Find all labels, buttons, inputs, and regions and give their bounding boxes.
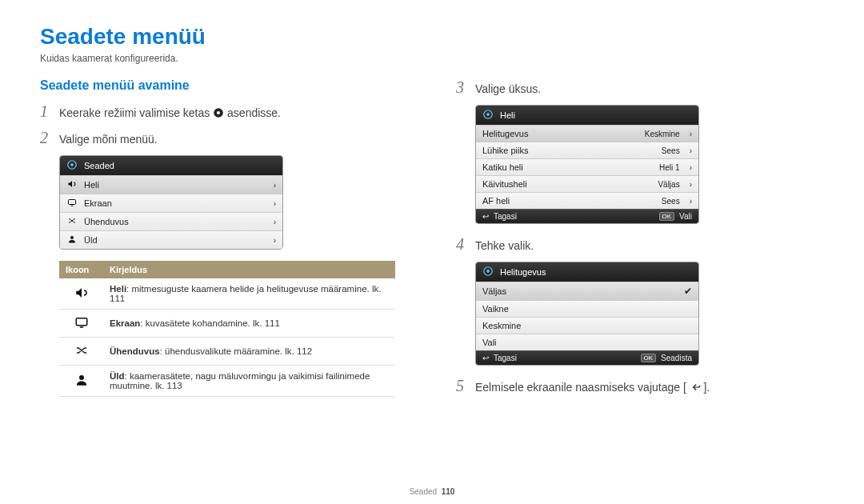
settings-panel-helitugevus: Helitugevus Väljas ✔ Vaikne Keskmine Val… <box>475 262 699 366</box>
table-header-desc: Kirjeldus <box>103 261 395 278</box>
table-row: Ekraan: kuvasätete kohandamine. lk. 111 <box>59 310 395 338</box>
panel-row-value: Heli 1 <box>659 163 680 172</box>
step-1-text-pre: Keerake režiimi valimise ketas <box>59 106 213 119</box>
settings-panel-heli: Heli Helitugevus Keskmine › Lühike piiks… <box>475 105 699 224</box>
step-4: 4 Tehke valik. <box>456 235 824 254</box>
panel-title: Heli <box>500 110 515 120</box>
chevron-right-icon: › <box>274 199 276 208</box>
panel-header: Helitugevus <box>476 262 698 282</box>
back-icon <box>690 382 701 393</box>
chevron-right-icon: › <box>690 197 692 206</box>
panel-row-label: Helitugevus <box>482 129 638 138</box>
svg-point-13 <box>486 270 490 273</box>
panel-row-af-heli[interactable]: AF heli Sees › <box>476 192 698 209</box>
chevron-right-icon: › <box>274 181 276 190</box>
desc-bold: Heli <box>110 284 126 294</box>
display-icon <box>74 322 89 331</box>
display-icon <box>66 198 78 209</box>
panel-row-label: Lühike piiks <box>482 146 655 155</box>
desc-bold: Üld <box>110 371 125 381</box>
table-row: Üld: kaamerasätete, nagu mäluvormingu ja… <box>59 366 395 397</box>
panel-row-katiku-heli[interactable]: Katiku heli Heli 1 › <box>476 158 698 175</box>
step-3-text: Valige üksus. <box>475 82 541 95</box>
svg-point-11 <box>486 113 490 116</box>
panel-row-label: Keskmine <box>482 321 692 330</box>
step-1: 1 Keerake režiimi valimise ketas asendis… <box>40 102 408 121</box>
chevron-right-icon: › <box>690 146 692 155</box>
step-number: 1 <box>40 102 51 121</box>
panel-row-label: Katiku heli <box>482 162 653 172</box>
step-5: 5 Eelmisele ekraanile naasmiseks vajutag… <box>456 377 824 395</box>
icon-description-table: Ikoon Kirjeldus Heli: mitmesuguste kaame… <box>59 261 395 397</box>
panel-row-kaivitusheli[interactable]: Käivitusheli Väljas › <box>476 175 698 192</box>
panel-row-helitugevus[interactable]: Helitugevus Keskmine › <box>476 125 698 142</box>
back-icon[interactable]: ↩ <box>482 212 489 221</box>
ok-button[interactable]: OK <box>641 354 657 362</box>
desc-rest: : kaamerasätete, nagu mäluvormingu ja va… <box>110 371 370 390</box>
panel-row-value: Väljas <box>658 180 679 189</box>
step-4-text: Tehke valik. <box>475 239 534 252</box>
back-icon[interactable]: ↩ <box>482 354 489 362</box>
svg-point-3 <box>70 163 74 166</box>
page-footer: Seaded 110 <box>0 487 864 496</box>
chevron-right-icon: › <box>690 180 692 189</box>
step-number: 2 <box>40 129 51 147</box>
step-number: 3 <box>456 78 467 97</box>
step-number: 5 <box>456 377 467 395</box>
table-header-icon: Ikoon <box>59 261 103 278</box>
step-2: 2 Valige mõni menüü. <box>40 129 408 147</box>
panel-row-value: Sees <box>662 146 680 155</box>
left-column: Seadete menüü avamine 1 Keerake režiimi … <box>40 78 408 403</box>
panel-row-uhenduvus[interactable]: Ühenduvus › <box>60 212 282 230</box>
connectivity-icon <box>74 350 89 359</box>
right-column: 3 Valige üksus. Heli Helitugevus Keskmin… <box>456 78 824 403</box>
svg-point-1 <box>217 111 220 114</box>
panel-row-label: AF heli <box>482 196 655 206</box>
svg-point-9 <box>79 375 84 380</box>
ok-button[interactable]: OK <box>659 212 675 221</box>
step-3: 3 Valige üksus. <box>456 78 824 97</box>
panel-row-vali[interactable]: Vali <box>476 334 698 350</box>
panel-row-label: Käivitusheli <box>482 179 651 189</box>
user-icon <box>74 379 89 389</box>
step-number: 4 <box>456 235 467 254</box>
footer-page-number: 110 <box>442 487 455 496</box>
step-2-text: Valige mõni menüü. <box>59 133 158 146</box>
table-row: Ühenduvus: ühendusvalikute määramine. lk… <box>59 338 395 366</box>
settings-panel-main: Seaded Heli › Ekraan › Ühenduvus › Üld › <box>59 155 283 250</box>
panel-row-valjas[interactable]: Väljas ✔ <box>476 282 698 300</box>
page-subtitle: Kuidas kaamerat konfigureerida. <box>40 53 824 64</box>
chevron-right-icon: › <box>690 163 692 172</box>
speaker-icon <box>66 179 78 190</box>
panel-title: Seaded <box>84 161 114 170</box>
svg-rect-8 <box>79 326 83 328</box>
gear-icon <box>482 266 494 278</box>
desc-rest: : ühendusvalikute määramine. lk. 112 <box>160 346 313 356</box>
panel-row-heli[interactable]: Heli › <box>60 175 282 194</box>
section-heading: Seadete menüü avamine <box>40 78 408 93</box>
panel-row-vaikne[interactable]: Vaikne <box>476 300 698 317</box>
panel-row-label: Vaikne <box>482 304 692 314</box>
panel-row-label: Ühenduvus <box>84 217 264 226</box>
connectivity-icon <box>66 216 78 227</box>
panel-row-uld[interactable]: Üld › <box>60 230 282 249</box>
panel-row-label: Üld <box>84 235 264 245</box>
panel-row-label: Vali <box>482 338 692 347</box>
step-1-text-post: asendisse. <box>227 106 281 119</box>
user-icon <box>66 234 78 246</box>
table-row: Heli: mitmesuguste kaamera helide ja hel… <box>59 278 395 310</box>
chevron-right-icon: › <box>690 130 692 138</box>
gear-icon <box>482 109 494 122</box>
panel-header: Seaded <box>60 156 282 175</box>
panel-row-ekraan[interactable]: Ekraan › <box>60 194 282 212</box>
panel-footer: ↩ Tagasi OK Vali <box>476 209 698 223</box>
back-label: Tagasi <box>494 212 517 221</box>
ok-label: Vali <box>679 212 692 221</box>
panel-header: Heli <box>476 106 698 125</box>
step-5-text-pre: Eelmisele ekraanile naasmiseks vajutage … <box>475 381 686 394</box>
panel-row-luhike-piiks[interactable]: Lühike piiks Sees › <box>476 142 698 158</box>
chevron-right-icon: › <box>274 236 276 245</box>
panel-row-keskmine[interactable]: Keskmine <box>476 317 698 334</box>
desc-bold: Ekraan <box>110 318 140 328</box>
page-title: Seadete menüü <box>40 24 824 50</box>
